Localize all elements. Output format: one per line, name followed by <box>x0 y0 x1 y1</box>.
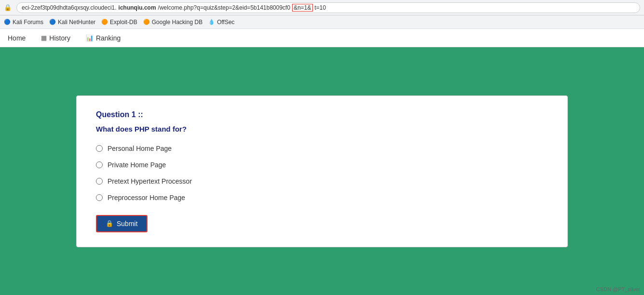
home-label: Home <box>8 34 26 42</box>
bookmark-kali-nethunter[interactable]: 🔵 Kali NetHunter <box>49 19 95 26</box>
url-prefix: eci-2zef3tp09dhdta6qxsqy.cloudeci1. <box>22 4 117 11</box>
option-2[interactable]: Private Home Page <box>96 161 548 169</box>
ranking-label: Ranking <box>96 34 121 42</box>
nav-home[interactable]: Home <box>0 30 33 46</box>
offsec-icon: 💧 <box>208 19 215 26</box>
radio-2[interactable] <box>96 161 103 168</box>
options-list: Personal Home Page Private Home Page Pre… <box>96 145 548 201</box>
main-content: Question 1 :: What does PHP stand for? P… <box>0 47 644 295</box>
radio-4[interactable] <box>96 194 103 201</box>
history-icon: ▦ <box>41 34 47 41</box>
nav-bar: Home ▦ History 📊 Ranking <box>0 29 644 47</box>
option-4-label: Preprocessor Home Page <box>107 194 185 201</box>
lock-icon: 🔒 <box>106 220 113 227</box>
submit-button[interactable]: 🔒 Submit <box>96 215 148 232</box>
bookmark-kali-nethunter-label: Kali NetHunter <box>58 19 95 26</box>
question-text: What does PHP stand for? <box>96 125 548 133</box>
bookmark-offsec-label: OffSec <box>217 19 234 26</box>
nav-ranking[interactable]: 📊 Ranking <box>78 30 128 46</box>
google-hacking-icon: 🟠 <box>143 19 150 26</box>
watermark: CSDN @PT_silver <box>596 286 640 292</box>
radio-3[interactable] <box>96 178 103 185</box>
radio-1[interactable] <box>96 145 103 152</box>
option-1[interactable]: Personal Home Page <box>96 145 548 152</box>
ranking-icon: 📊 <box>86 34 94 41</box>
submit-label: Submit <box>117 220 138 228</box>
kali-forums-icon: 🔵 <box>4 19 11 26</box>
exploit-db-icon: 🟠 <box>101 19 108 26</box>
bookmark-google-hacking-label: Google Hacking DB <box>152 19 202 26</box>
option-3-label: Pretext Hypertext Processor <box>107 177 192 185</box>
url-suffix: t=10 <box>315 4 326 11</box>
url-domain: ichunqiu.com <box>119 4 156 11</box>
url-bar[interactable]: eci-2zef3tp09dhdta6qxsqy.cloudeci1.ichun… <box>16 2 640 13</box>
option-4[interactable]: Preprocessor Home Page <box>96 194 548 201</box>
url-highlight: &n=1& <box>292 4 312 12</box>
quiz-card: Question 1 :: What does PHP stand for? P… <box>76 95 568 247</box>
bookmark-offsec[interactable]: 💧 OffSec <box>208 19 234 26</box>
bookmarks-bar: 🔵 Kali Forums 🔵 Kali NetHunter 🟠 Exploit… <box>0 15 644 29</box>
browser-controls: 🔒 <box>4 4 12 11</box>
url-path: /welcome.php?q=quiz&step=2&eid=5b141b800… <box>158 4 291 11</box>
kali-nethunter-icon: 🔵 <box>49 19 56 26</box>
nav-history[interactable]: ▦ History <box>33 30 78 46</box>
bookmark-kali-forums-label: Kali Forums <box>13 19 43 26</box>
option-2-label: Private Home Page <box>107 161 166 169</box>
history-label: History <box>49 34 70 42</box>
option-3[interactable]: Pretext Hypertext Processor <box>96 177 548 185</box>
question-header: Question 1 :: <box>96 110 548 119</box>
browser-address-bar: 🔒 eci-2zef3tp09dhdta6qxsqy.cloudeci1.ich… <box>0 0 644 15</box>
bookmark-exploit-db-label: Exploit-DB <box>110 19 137 26</box>
bookmark-exploit-db[interactable]: 🟠 Exploit-DB <box>101 19 137 26</box>
security-icon: 🔒 <box>4 4 12 11</box>
bookmark-google-hacking[interactable]: 🟠 Google Hacking DB <box>143 19 202 26</box>
watermark-text: CSDN @PT_silver <box>596 286 640 292</box>
option-1-label: Personal Home Page <box>107 145 172 152</box>
bookmark-kali-forums[interactable]: 🔵 Kali Forums <box>4 19 43 26</box>
